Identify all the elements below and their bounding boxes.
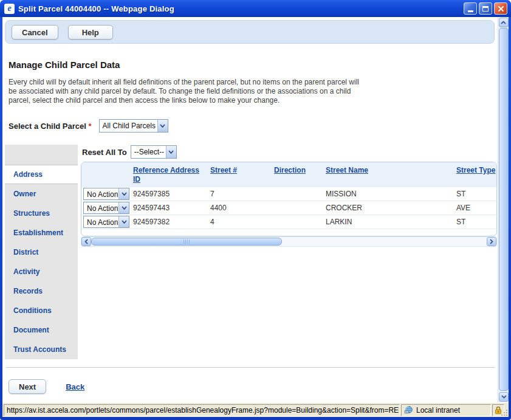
- reset-all-row: Reset All To --Select--: [82, 145, 177, 159]
- sidebar-item-address[interactable]: Address: [5, 165, 78, 184]
- sidebar: Address Owner Structures Establishment D…: [5, 145, 78, 359]
- column-direction[interactable]: Direction: [274, 166, 326, 187]
- scroll-left-button[interactable]: [81, 237, 91, 246]
- sidebar-item-activity[interactable]: Activity: [5, 262, 78, 281]
- cell-reference-address-id: 924597382: [133, 218, 210, 226]
- reset-all-label: Reset All To: [82, 148, 127, 157]
- maximize-button[interactable]: [479, 2, 492, 15]
- page-description: Every child will by default inherit all …: [9, 78, 366, 105]
- select-child-parcel-label: Select a Child Parcel *: [9, 122, 92, 131]
- sidebar-item-document[interactable]: Document: [5, 320, 78, 340]
- top-toolbar: Cancel Help: [5, 20, 495, 44]
- ie-logo-icon: e: [4, 4, 15, 14]
- minimize-button[interactable]: [464, 2, 477, 15]
- minimize-icon: [468, 10, 473, 12]
- vertical-scrollbar[interactable]: [498, 17, 509, 402]
- back-link[interactable]: Back: [66, 382, 84, 391]
- reset-all-select[interactable]: --Select--: [131, 145, 177, 159]
- cell-street-type: ST: [456, 190, 496, 198]
- scroll-right-button[interactable]: [487, 237, 496, 246]
- sidebar-item-records[interactable]: Records: [5, 281, 78, 301]
- sidebar-item-conditions[interactable]: Conditions: [5, 301, 78, 320]
- cell-street-type: ST: [456, 218, 496, 226]
- vertical-scrollbar-thumb[interactable]: [499, 28, 509, 391]
- table-header-row: Reference Address ID Street # Direction …: [81, 162, 496, 187]
- scroll-down-button[interactable]: [499, 392, 509, 402]
- sidebar-item-structures[interactable]: Structures: [5, 204, 78, 223]
- cell-street-number: 4: [210, 218, 274, 226]
- horizontal-scrollbar-thumb[interactable]: [91, 238, 282, 246]
- chevron-down-icon: [118, 188, 129, 199]
- sidebar-item-trust-accounts[interactable]: Trust Accounts: [5, 340, 78, 359]
- close-icon: [498, 5, 504, 12]
- webpage-dialog-window: e Split Parcel 44004400 -- Webpage Dialo…: [0, 0, 511, 420]
- scroll-up-icon: [501, 21, 506, 24]
- title-bar: e Split Parcel 44004400 -- Webpage Dialo…: [0, 0, 511, 17]
- close-button[interactable]: [494, 2, 507, 15]
- cell-street-type: AVE: [456, 204, 496, 212]
- globe-intranet-icon: [404, 406, 413, 415]
- window-title: Split Parcel 44004400 -- Webpage Dialog: [18, 4, 464, 13]
- status-url: https://av.ist.accela.com/portlets/commo…: [4, 404, 400, 416]
- dialog-client-area: Cancel Help Manage Child Parcel Data Eve…: [2, 17, 509, 417]
- footer-actions: Next Back: [9, 379, 84, 394]
- table-row: No Action 924597443 4400 CROCKER AVE: [81, 201, 496, 215]
- row-action-select[interactable]: No Action: [83, 202, 129, 214]
- scrollbar-grip: [183, 239, 190, 244]
- cell-reference-address-id: 924597443: [133, 204, 210, 212]
- column-street-type[interactable]: Street Type: [456, 166, 496, 187]
- cell-street-name: LARKIN: [326, 218, 456, 226]
- required-marker: *: [89, 122, 92, 131]
- scroll-right-icon: [490, 239, 493, 244]
- status-bar: https://av.ist.accela.com/portlets/commo…: [2, 402, 509, 417]
- table-row: No Action 924597385 7 MISSION ST: [81, 187, 496, 201]
- address-table: Reference Address ID Street # Direction …: [81, 162, 497, 236]
- sidebar-item-district[interactable]: District: [5, 243, 78, 262]
- horizontal-scrollbar[interactable]: [81, 236, 497, 247]
- scroll-left-icon: [84, 239, 88, 244]
- scroll-up-button[interactable]: [499, 18, 509, 27]
- scroll-down-icon: [501, 395, 507, 399]
- resize-grip: [501, 409, 508, 416]
- row-action-select[interactable]: No Action: [83, 188, 129, 200]
- footer-divider: [6, 367, 495, 368]
- page-title: Manage Child Parcel Data: [9, 60, 120, 70]
- child-parcel-select-row: Select a Child Parcel * All Child Parcel…: [9, 119, 168, 133]
- cell-street-name: MISSION: [326, 190, 456, 198]
- column-street-number[interactable]: Street #: [210, 166, 274, 187]
- cell-street-number: 7: [210, 190, 274, 198]
- cell-street-name: CROCKER: [326, 204, 456, 212]
- chevron-down-icon: [157, 120, 168, 132]
- cancel-button[interactable]: Cancel: [12, 25, 58, 40]
- column-street-name[interactable]: Street Name: [326, 166, 456, 187]
- next-button[interactable]: Next: [9, 379, 46, 394]
- chevron-down-icon: [118, 216, 129, 227]
- sidebar-item-owner[interactable]: Owner: [5, 184, 78, 204]
- cell-street-number: 4400: [210, 204, 274, 212]
- row-action-select[interactable]: No Action: [83, 216, 129, 228]
- sidebar-item-establishment[interactable]: Establishment: [5, 223, 78, 243]
- maximize-icon: [482, 6, 489, 12]
- chevron-down-icon: [166, 146, 176, 158]
- cell-reference-address-id: 924597385: [133, 190, 210, 198]
- table-row: No Action 924597382 4 LARKIN ST: [81, 215, 496, 229]
- status-zone-label: Local intranet: [416, 406, 460, 415]
- chevron-down-icon: [118, 202, 129, 213]
- status-zone-panel: Local intranet: [401, 404, 491, 416]
- help-button[interactable]: Help: [68, 25, 113, 40]
- column-reference-address-id[interactable]: Reference Address ID: [133, 166, 204, 187]
- child-parcel-select[interactable]: All Child Parcels: [99, 119, 168, 133]
